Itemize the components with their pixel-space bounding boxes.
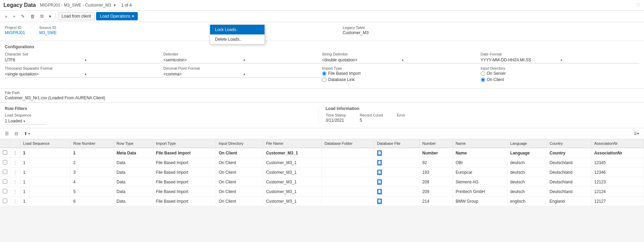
load-sequence-filter-field: Load Sequence 1 Loaded ▾ (5, 113, 46, 124)
favorite-button[interactable]: ♡ (636, 2, 641, 8)
file-icon[interactable]: 📄 (377, 160, 382, 165)
table-filter-button[interactable]: ⊟ (12, 130, 20, 138)
col-header-import-type[interactable]: Import Type (153, 139, 216, 148)
row-number: 92 (419, 158, 453, 168)
row-menu-cell[interactable]: ⋮ (10, 187, 20, 196)
row-checkbox[interactable] (3, 170, 7, 174)
col-header-row-num[interactable]: Row Number (70, 139, 114, 148)
file-path-section: File Path Customer_M3_Nr1.csv (Loaded Fr… (0, 89, 644, 103)
load-sequence-arrow: ▾ (23, 119, 25, 123)
col-header-db-folder[interactable]: Database Folder (322, 139, 374, 148)
input-dir-client-radio[interactable] (481, 78, 485, 82)
edit-button[interactable]: ✎ (19, 12, 27, 20)
col-header-input-dir[interactable]: Input Directory (216, 139, 263, 148)
row-file-name: Customer_M3_1 (263, 168, 322, 177)
source-id-value[interactable]: M3_SWE (39, 30, 336, 35)
table-header-row: Load Sequence Row Number Row Type Import… (0, 139, 644, 148)
project-id-field: Project ID MIGPRJ01 (5, 26, 32, 35)
row-assoc-nr: 12346 (591, 168, 644, 177)
load-operations-button[interactable]: Load Operations ▾ (96, 12, 138, 20)
col-header-db-file[interactable]: Database File (374, 139, 419, 148)
source-id-label: Source ID (39, 26, 336, 30)
col-header-file-name[interactable]: File Name (263, 139, 322, 148)
lock-loads-item[interactable]: Lock Loads.. (210, 25, 264, 34)
copy-dropdown-button[interactable]: ▾ (47, 12, 53, 20)
row-input-dir: On Client (216, 196, 263, 206)
row-menu-cell[interactable]: ⋮ (10, 168, 20, 177)
row-assoc-nr: AssociationNr (591, 148, 644, 158)
row-file-name: Customer_M3_1 (263, 177, 322, 187)
add-button[interactable]: + (11, 12, 18, 20)
string-delimiter-select[interactable]: <double quotation> ▾ (322, 57, 481, 63)
load-info-title: Load Information (326, 106, 640, 111)
import-type-file-row: File Based Import (322, 71, 481, 76)
row-checkbox[interactable] (3, 179, 7, 184)
row-language: Language (507, 148, 547, 158)
row-row-num: 6 (70, 196, 114, 206)
file-icon[interactable]: 📄 (377, 150, 382, 156)
row-checkbox[interactable] (3, 199, 7, 203)
col-header-name[interactable]: Name (453, 139, 507, 148)
thousand-sep-label: Thousand Separator Format (5, 66, 164, 70)
row-checkbox-cell (0, 196, 10, 206)
load-sequence-select[interactable]: 1 Loaded ▾ (5, 118, 46, 124)
row-checkbox-cell (0, 158, 10, 168)
row-db-folder (322, 187, 374, 196)
input-dir-label: Input Directory (481, 66, 640, 70)
time-stamp-label: Time Stamp (326, 113, 346, 117)
file-icon[interactable]: 📄 (377, 170, 382, 175)
row-country: Deutschland (547, 158, 591, 168)
file-icon[interactable]: 📄 (377, 199, 382, 204)
row-checkbox[interactable] (3, 160, 7, 164)
row-import-type: File Based Import (153, 158, 216, 168)
file-icon[interactable]: 📄 (377, 179, 382, 185)
row-load-seq: 1 (20, 177, 71, 187)
page-title: Legacy Data (3, 2, 36, 8)
row-menu-cell[interactable]: ⋮ (10, 158, 20, 168)
col-header-number[interactable]: Number (419, 139, 453, 148)
row-row-num: 3 (70, 168, 114, 177)
decimal-point-select[interactable]: <comma> ▾ (164, 71, 322, 78)
input-dir-server-label: On Server (487, 71, 506, 76)
col-header-country[interactable]: Country (547, 139, 591, 148)
expand-button[interactable]: » (3, 12, 9, 20)
table-export-button[interactable]: ⬆▾ (22, 130, 32, 138)
row-menu-cell[interactable]: ⋮ (10, 196, 20, 206)
col-header-row-type[interactable]: Row Type (114, 139, 153, 148)
table-list-button[interactable]: ☰ (3, 130, 11, 138)
date-format-label: Date Format (481, 52, 640, 56)
row-name: Siemens AG (453, 177, 507, 187)
delimiter-select[interactable]: <semicolon> ▾ (164, 57, 322, 63)
project-id-value[interactable]: MIGPRJ01 (5, 30, 32, 35)
thousand-sep-select[interactable]: <single quotation> ▾ (5, 71, 164, 78)
delete-loads-item[interactable]: Delete Loads.. (210, 34, 264, 44)
row-checkbox[interactable] (3, 150, 7, 155)
row-checkbox[interactable] (3, 189, 7, 193)
string-delimiter-arrow: ▾ (402, 58, 480, 62)
date-format-select[interactable]: YYYY-MM-DD-HH24.MI.SS ▾ (481, 57, 640, 63)
row-filters-left: Row Filters Load Sequence 1 Loaded ▾ (5, 106, 319, 124)
import-type-file-radio[interactable] (322, 71, 326, 76)
row-assoc-nr: 12127 (591, 196, 644, 206)
import-type-db-radio[interactable] (322, 78, 326, 82)
delete-button[interactable]: 🗑 (28, 12, 37, 20)
col-header-load-seq[interactable]: Load Sequence (20, 139, 71, 148)
legacy-table-value: Customer_M3 (343, 30, 639, 35)
character-set-select[interactable]: UTF8 ▾ (5, 57, 164, 63)
row-load-seq: 1 (20, 158, 71, 168)
row-db-file: 📄 (374, 196, 419, 206)
file-icon[interactable]: 📄 (377, 189, 382, 194)
input-dir-server-radio[interactable] (481, 71, 485, 76)
row-menu-cell[interactable]: ⋮ (10, 148, 20, 158)
subtitle-arrow[interactable]: ▾ (114, 3, 116, 8)
row-menu-cell[interactable]: ⋮ (10, 177, 20, 187)
load-from-client-button[interactable]: Load from client (58, 12, 95, 20)
copy-button[interactable]: ⧉ (38, 12, 45, 20)
row-db-folder (322, 168, 374, 177)
table-columns-button[interactable]: ☰▾ (632, 130, 641, 137)
data-table: Load Sequence Row Number Row Type Import… (0, 139, 644, 206)
col-header-language[interactable]: Language (507, 139, 547, 148)
row-row-num: 1 (70, 148, 114, 158)
col-header-assoc-nr[interactable]: AssociationNr (591, 139, 644, 148)
import-type-db-row: Database Link (322, 77, 481, 82)
